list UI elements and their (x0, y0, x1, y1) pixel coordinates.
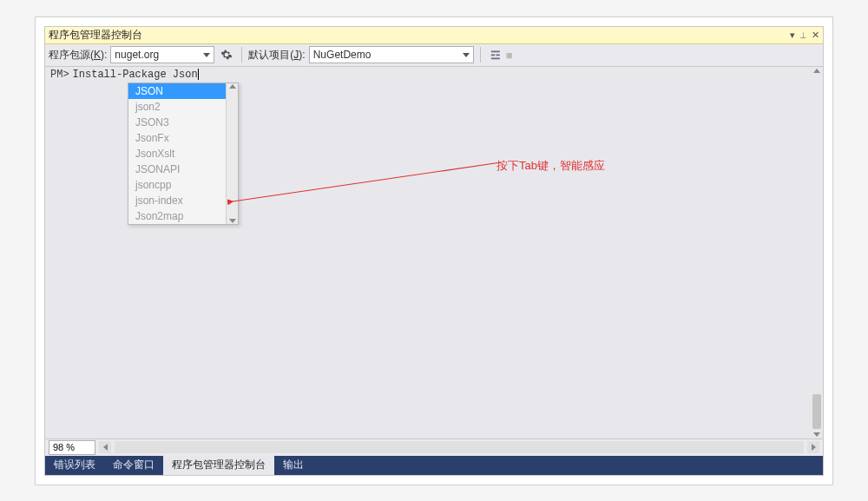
svg-line-0 (233, 162, 501, 201)
zoom-value: 98 % (53, 442, 75, 452)
annotation-text: 按下Tab键，智能感应 (496, 158, 605, 174)
bottom-tabs: 错误列表 命令窗口 程序包管理器控制台 输出 (45, 456, 823, 475)
intellisense-item[interactable]: JsonXslt (128, 146, 226, 162)
tab-package-manager-console[interactable]: 程序包管理器控制台 (163, 456, 274, 475)
chevron-down-icon (463, 53, 470, 57)
horizontal-scrollbar[interactable] (115, 441, 804, 453)
title-window-controls: ▾ ⟂ ✕ (790, 30, 819, 41)
scroll-up-icon[interactable] (229, 84, 236, 89)
intellisense-popup[interactable]: JSON json2 JSON3 JsonFx JsonXslt JSONAPI… (128, 82, 239, 225)
intellisense-item[interactable]: JsonFx (128, 130, 226, 146)
scroll-down-icon[interactable] (813, 432, 820, 437)
vertical-scrollbar[interactable] (811, 67, 823, 438)
scroll-track[interactable] (811, 75, 823, 431)
intellisense-item[interactable]: JSON (128, 83, 226, 99)
intellisense-item[interactable]: JSON3 (128, 115, 226, 130)
intellisense-list: JSON json2 JSON3 JsonFx JsonXslt JSONAPI… (128, 83, 226, 224)
prompt-text: PM> (50, 69, 69, 81)
console-area[interactable]: PM> Install-Package Json JSON json2 JSON… (45, 67, 823, 438)
default-project-dropdown[interactable]: NuGetDemo (309, 46, 474, 63)
command-input-text[interactable]: Install-Package Json (73, 69, 198, 81)
intellisense-item[interactable]: Json2map (128, 208, 226, 224)
tab-output[interactable]: 输出 (274, 456, 312, 475)
toolbar-separator (480, 47, 481, 63)
title-text: 程序包管理器控制台 (49, 28, 142, 43)
title-bar: 程序包管理器控制台 ▾ ⟂ ✕ (45, 27, 823, 44)
chevron-down-icon (203, 53, 210, 57)
source-label: 程序包源(K): (49, 48, 107, 63)
default-project-value: NuGetDemo (313, 49, 457, 61)
intellisense-item[interactable]: json-index (128, 193, 226, 208)
annotation-arrow (227, 115, 514, 210)
close-icon[interactable]: ✕ (812, 30, 819, 41)
package-manager-console-window: 程序包管理器控制台 ▾ ⟂ ✕ 程序包源(K): nuget.org 默认项目(… (44, 26, 824, 476)
tab-command-window[interactable]: 命令窗口 (104, 456, 163, 475)
intellisense-scrollbar[interactable] (226, 83, 238, 224)
toolbar-stop-icon[interactable]: ■ (506, 49, 513, 62)
toolbar-action-icon[interactable]: ☲ (490, 49, 501, 62)
zoom-dropdown[interactable]: 98 % (49, 440, 95, 455)
toolbar: 程序包源(K): nuget.org 默认项目(J): NuGetDemo ☲ … (45, 44, 823, 67)
outer-frame: 程序包管理器控制台 ▾ ⟂ ✕ 程序包源(K): nuget.org 默认项目(… (35, 16, 833, 485)
window-menu-arrow-icon[interactable]: ▾ (790, 30, 795, 41)
text-cursor (198, 69, 199, 80)
intellisense-item[interactable]: jsoncpp (128, 177, 226, 193)
hscroll-left-icon[interactable] (99, 441, 111, 453)
console-line: PM> Install-Package Json (45, 67, 823, 82)
tab-error-list[interactable]: 错误列表 (45, 456, 104, 475)
scroll-down-icon[interactable] (229, 219, 236, 223)
package-source-value: nuget.org (115, 49, 198, 61)
pin-icon[interactable]: ⟂ (800, 30, 806, 41)
project-label: 默认项目(J): (248, 48, 305, 63)
intellisense-item[interactable]: json2 (128, 99, 226, 115)
package-source-dropdown[interactable]: nuget.org (110, 46, 214, 63)
gear-icon (220, 49, 233, 61)
scroll-up-icon[interactable] (813, 69, 820, 73)
toolbar-separator (241, 47, 242, 63)
hscroll-right-icon[interactable] (807, 441, 819, 453)
status-bar: 98 % (45, 438, 823, 456)
scroll-thumb[interactable] (812, 394, 821, 429)
intellisense-item[interactable]: JSONAPI (128, 162, 226, 177)
settings-gear-button[interactable] (218, 46, 235, 63)
toolbar-extra-icons: ☲ ■ (490, 49, 513, 62)
